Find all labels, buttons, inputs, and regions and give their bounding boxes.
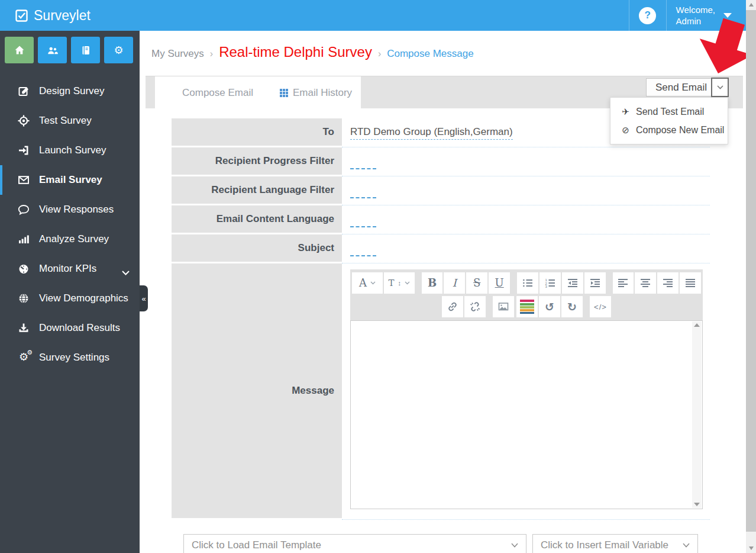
sidebar-item-label: View Demographics (39, 292, 128, 304)
form-row-email-content-language: Email Content Language (172, 205, 710, 234)
top-header: Surveylet ? Welcome, Admin (0, 0, 746, 31)
sidebar-nav: Design Survey Test Survey (0, 76, 140, 372)
send-email-button[interactable]: Send Email (646, 78, 716, 97)
to-value[interactable]: RTD Demo Group (English,German) (350, 126, 513, 140)
message-editor-body[interactable] (350, 320, 703, 509)
outdent-button[interactable] (562, 272, 583, 294)
sidebar-item-analyze-survey[interactable]: Analyze Survey (0, 224, 140, 254)
breadcrumb-separator: › (378, 49, 381, 59)
scrollbar-thumb[interactable] (746, 10, 756, 532)
gear-button[interactable]: ⚙ (104, 37, 133, 63)
book-icon (80, 44, 92, 56)
form-row-subject: Subject (172, 234, 710, 263)
editor-scrollbar[interactable] (692, 321, 702, 508)
indent-button[interactable] (584, 272, 606, 294)
scroll-up-icon[interactable] (694, 323, 700, 327)
ordered-list-icon: 1 2 3 (545, 278, 555, 288)
send-email-dropdown-toggle[interactable] (711, 78, 729, 97)
chevron-down-icon (511, 543, 518, 548)
insert-image-button[interactable] (493, 296, 514, 317)
email-content-language-value[interactable] (350, 226, 376, 227)
sidebar-item-design-survey[interactable]: Design Survey (0, 76, 140, 106)
align-center-button[interactable] (635, 272, 656, 294)
grid-icon (280, 89, 288, 97)
tab-compose-email[interactable]: Compose Email (182, 87, 253, 99)
redo-button[interactable]: ↻ (561, 296, 583, 317)
align-right-button[interactable] (657, 272, 679, 294)
menu-item-compose-new-email[interactable]: ⊘ Compose New Email (610, 121, 728, 139)
link-button[interactable] (442, 296, 463, 317)
sidebar-item-test-survey[interactable]: Test Survey (0, 106, 140, 136)
quick-buttons: ⚙ (0, 31, 140, 69)
code-view-button[interactable]: </> (590, 296, 611, 317)
unordered-list-icon (522, 278, 533, 288)
ban-icon: ⊘ (621, 125, 631, 136)
chevron-down-icon (122, 266, 130, 278)
check-square-icon (15, 9, 28, 22)
sidebar-item-label: Email Survey (39, 174, 102, 186)
main-content: My Surveys › Real-time Delphi Survey › C… (140, 31, 746, 553)
sidebar-item-survey-settings[interactable]: ⚙⚙ Survey Settings (0, 343, 140, 372)
italic-button[interactable]: I (444, 272, 465, 294)
brand[interactable]: Surveylet (0, 8, 91, 24)
recipient-progress-filter-value[interactable] (350, 168, 376, 169)
sidebar-item-view-responses[interactable]: View Responses (0, 195, 140, 224)
home-button[interactable] (5, 37, 34, 63)
scroll-down-icon[interactable] (694, 503, 700, 506)
chevron-down-icon (370, 281, 376, 285)
sidebar-item-launch-survey[interactable]: Launch Survey (0, 136, 140, 165)
unlink-button[interactable] (464, 296, 486, 317)
bold-button[interactable]: B (422, 272, 443, 294)
globe-icon (16, 292, 31, 304)
align-center-icon (640, 278, 651, 288)
user-menu[interactable]: Welcome, Admin (667, 0, 746, 31)
sidebar-item-label: Test Survey (39, 115, 92, 127)
subject-value[interactable] (350, 255, 376, 256)
sidebar-item-email-survey[interactable]: Email Survey (0, 165, 140, 195)
menu-item-send-test-email[interactable]: ✈ Send Test Email (610, 102, 728, 121)
compose-email-form: To RTD Demo Group (English,German) Recip… (172, 118, 710, 519)
color-stripes-icon (520, 300, 534, 314)
tab-panel-header: Compose Email Email History (155, 76, 361, 109)
load-email-template-select[interactable]: Click to Load Email Template (183, 534, 526, 553)
book-button[interactable] (71, 37, 100, 63)
breadcrumb-separator: › (210, 49, 213, 59)
sidebar-item-download-results[interactable]: Download Results (0, 313, 140, 343)
sidebar-item-view-demographics[interactable]: View Demographics (0, 284, 140, 313)
align-right-icon (663, 278, 673, 288)
link-icon (447, 301, 458, 312)
image-icon (498, 301, 509, 312)
breadcrumb: My Surveys › Real-time Delphi Survey › C… (140, 31, 746, 60)
text-color-palette-button[interactable] (516, 296, 538, 317)
breadcrumb-my-surveys[interactable]: My Surveys (151, 48, 204, 60)
email-content-language-cell (342, 205, 710, 234)
subject-cell (342, 234, 710, 263)
align-justify-icon (685, 278, 696, 288)
insert-email-variable-select[interactable]: Click to Insert Email Variable (532, 534, 698, 553)
align-justify-button[interactable] (680, 272, 701, 294)
underline-button[interactable]: U (489, 272, 510, 294)
font-size-button[interactable]: T↕ (384, 272, 415, 294)
scrollbar-up-button[interactable] (746, 0, 756, 9)
sidebar-item-label: View Responses (39, 204, 114, 216)
recipient-language-filter-label: Recipient Language Filter (172, 176, 342, 205)
ordered-list-button[interactable]: 1 2 3 (539, 272, 561, 294)
font-color-button[interactable]: A (352, 272, 383, 294)
scrollbar-down-button[interactable] (746, 544, 756, 553)
sidebar-item-monitor-kpis[interactable]: Monitor KPIs (0, 254, 140, 284)
message-label: Message (172, 263, 342, 520)
unordered-list-button[interactable] (517, 272, 538, 294)
recipient-language-filter-value[interactable] (350, 197, 376, 198)
strikethrough-button[interactable]: S (466, 272, 487, 294)
breadcrumb-survey-title[interactable]: Real-time Delphi Survey (219, 44, 372, 60)
help-button[interactable]: ? (629, 0, 667, 31)
sidebar-collapse-handle[interactable]: « (140, 285, 148, 311)
tab-email-history[interactable]: Email History (280, 87, 352, 99)
unlink-icon (470, 301, 480, 312)
users-button[interactable] (38, 37, 67, 63)
align-left-button[interactable] (613, 272, 634, 294)
sidebar-item-label: Download Results (39, 322, 120, 334)
sidebar-item-label: Analyze Survey (39, 233, 109, 245)
undo-button[interactable]: ↺ (539, 296, 560, 317)
page-scrollbar[interactable] (746, 0, 756, 553)
